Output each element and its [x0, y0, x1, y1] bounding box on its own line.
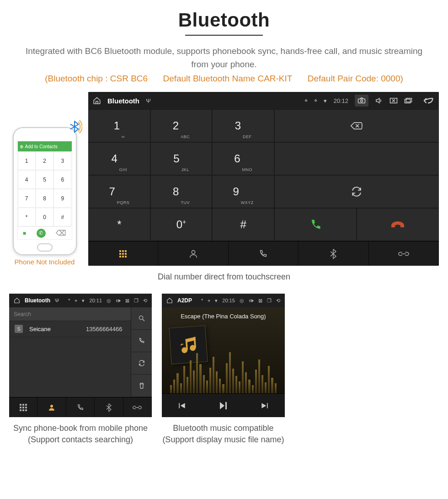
- plus-icon: ⊕: [20, 144, 23, 149]
- side-call-icon[interactable]: [131, 330, 152, 352]
- side-search-icon[interactable]: [131, 307, 152, 330]
- svg-point-7: [50, 405, 53, 408]
- phone-key: 4: [18, 170, 36, 189]
- prev-track-button[interactable]: [177, 401, 187, 410]
- status-time: 20:12: [333, 97, 348, 104]
- back-icon[interactable]: ⟲: [276, 298, 280, 304]
- dial-key-6[interactable]: 6MNO: [212, 142, 274, 175]
- next-track-button[interactable]: [260, 401, 269, 410]
- backspace-button[interactable]: [274, 109, 439, 142]
- volume-icon[interactable]: [375, 97, 383, 105]
- dial-key-0[interactable]: 0+: [150, 208, 213, 241]
- tab-bluetooth[interactable]: [95, 397, 123, 417]
- contact-number: 13566664466: [86, 326, 123, 333]
- phone-key: 5: [36, 170, 53, 189]
- wifi-icon: ▾: [324, 97, 327, 104]
- wifi-icon: ▾: [215, 298, 218, 304]
- dialer-caption: Dial number direct from touchscreen: [5, 271, 443, 283]
- phone-keypad: 123456789*0#: [18, 151, 72, 226]
- phone-key: 7: [18, 189, 36, 208]
- dial-key-4[interactable]: 4GHI: [88, 142, 150, 175]
- tab-contacts[interactable]: [158, 241, 228, 266]
- bluetooth-icon: ⌖: [304, 97, 308, 104]
- phone-key: 2: [36, 151, 53, 170]
- add-contact-label: Add to Contacts: [25, 144, 58, 149]
- tab-recents[interactable]: [229, 241, 299, 266]
- keypad-icon: [20, 404, 27, 411]
- keypad-icon: [119, 250, 127, 258]
- side-delete-icon[interactable]: [131, 375, 152, 397]
- tab-pair[interactable]: [123, 397, 152, 417]
- music-panel: A2DP * ⌖ ▾ 20:15 ◎ 🕪 ⊠ ❐ ⟲ Escape (The P…: [162, 294, 285, 417]
- phone-key: #: [53, 208, 71, 226]
- home-icon[interactable]: [166, 297, 173, 304]
- volume-icon[interactable]: 🕪: [116, 298, 121, 303]
- home-icon[interactable]: [14, 297, 20, 304]
- phone-key: 0: [36, 208, 53, 226]
- head-unit-dialer: Bluetooth Ψ ⌖ ⌖ ▾ 20:12 1∞2ABC3DEF4GHI5J…: [88, 92, 439, 266]
- play-pause-button[interactable]: [218, 400, 229, 411]
- phone-note: Phone Not Included: [9, 258, 80, 266]
- dial-key-*[interactable]: *: [88, 208, 150, 241]
- call-button[interactable]: [274, 208, 357, 241]
- phone-key: *: [18, 208, 36, 226]
- phone-add-contact-bar: ⊕ Add to Contacts: [18, 141, 72, 151]
- app-title: Bluetooth: [107, 97, 139, 105]
- bluetooth-signal-icon: [67, 119, 82, 134]
- recent-apps-icon[interactable]: ❐: [267, 298, 272, 304]
- close-app-icon[interactable]: ⊠: [258, 298, 262, 304]
- dial-key-#[interactable]: #: [212, 208, 274, 241]
- dial-key-5[interactable]: 5JKL: [150, 142, 213, 175]
- recent-apps-icon[interactable]: [404, 97, 412, 104]
- dial-key-9[interactable]: 9WXYZ: [212, 175, 274, 208]
- usb-icon: Ψ: [55, 298, 59, 303]
- volume-icon[interactable]: 🕪: [249, 298, 254, 303]
- app-title: Bluetooth: [25, 297, 50, 304]
- spec-code: Default Pair Code: 0000): [308, 74, 403, 83]
- svg-point-6: [139, 316, 143, 320]
- camera-icon[interactable]: ◎: [240, 298, 244, 304]
- spec-name: Default Bluetooth Name CAR-KIT: [163, 74, 292, 83]
- contact-row[interactable]: S Seicane 13566664466: [9, 321, 131, 337]
- contacts-caption: Sync phone-book from mobile phone (Suppo…: [9, 423, 152, 445]
- search-input[interactable]: Search: [9, 307, 131, 321]
- dial-key-7[interactable]: 7PQRS: [88, 175, 150, 208]
- redial-button[interactable]: [274, 175, 439, 208]
- svg-point-1: [361, 100, 363, 102]
- close-app-icon[interactable]: [389, 97, 398, 104]
- camera-icon[interactable]: [355, 95, 368, 107]
- close-app-icon[interactable]: ⊠: [125, 298, 129, 304]
- location-icon: ⌖: [75, 298, 77, 304]
- status-time: 20:11: [89, 298, 102, 303]
- tab-bluetooth[interactable]: [299, 241, 368, 266]
- spec-line: (Bluetooth chip : CSR BC6 Default Blueto…: [5, 74, 443, 84]
- back-icon[interactable]: [422, 97, 434, 105]
- bluetooth-icon: *: [201, 298, 203, 303]
- location-icon: ⌖: [208, 298, 210, 304]
- phone-key: 1: [18, 151, 36, 170]
- camera-icon[interactable]: ◎: [107, 298, 111, 304]
- tab-keypad[interactable]: [9, 397, 37, 417]
- hangup-button[interactable]: [357, 208, 439, 241]
- dial-key-1[interactable]: 1∞: [88, 109, 150, 142]
- svg-rect-3: [405, 99, 411, 103]
- page-description: Integrated with BC6 Bluetooth module, su…: [5, 45, 443, 71]
- page-title: Bluetooth: [5, 9, 443, 31]
- tab-pair[interactable]: [369, 241, 439, 266]
- dial-key-2[interactable]: 2ABC: [150, 109, 213, 142]
- location-icon: ⌖: [314, 97, 317, 104]
- tab-recents[interactable]: [66, 397, 95, 417]
- tab-contacts[interactable]: [37, 397, 66, 417]
- recent-apps-icon[interactable]: ❐: [134, 298, 139, 304]
- tab-keypad[interactable]: [88, 241, 158, 266]
- side-sync-icon[interactable]: [131, 352, 152, 375]
- backspace-icon: ⌫: [56, 229, 66, 237]
- back-icon[interactable]: ⟲: [143, 298, 147, 304]
- music-caption: Bluetooth music compatible (Support disp…: [162, 423, 285, 445]
- phone-home-button: [37, 243, 53, 252]
- phone-key: 8: [36, 189, 53, 208]
- dial-key-3[interactable]: 3DEF: [212, 109, 274, 142]
- equalizer: [162, 343, 285, 393]
- dial-key-8[interactable]: 8TUV: [150, 175, 213, 208]
- home-icon[interactable]: [93, 97, 101, 105]
